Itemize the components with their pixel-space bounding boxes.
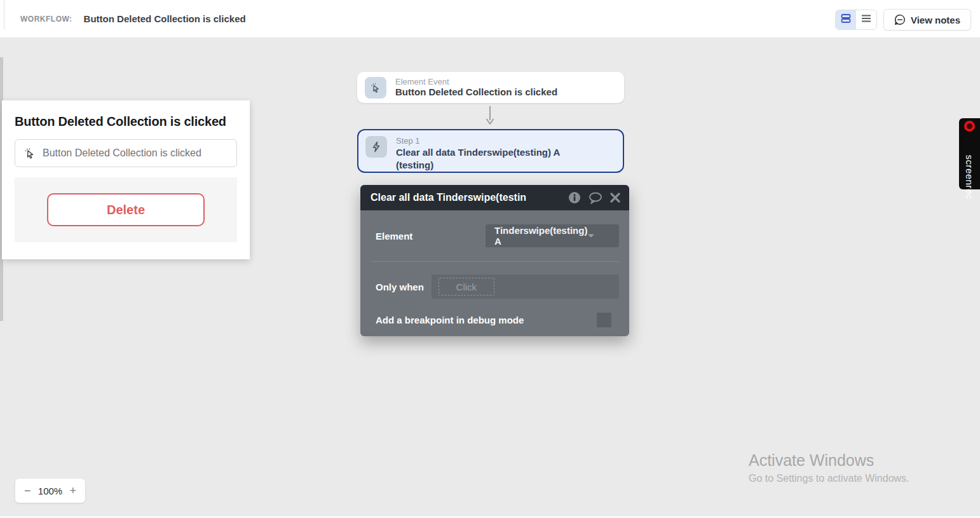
zoom-out-button[interactable]: −	[24, 485, 31, 496]
action-lightning-icon-box	[365, 136, 387, 158]
element-dropdown[interactable]: Tinderswipe(testing) A	[486, 224, 619, 247]
chevron-down-icon	[587, 233, 613, 238]
zoom-in-button[interactable]: +	[69, 485, 76, 496]
record-dot-icon	[964, 121, 975, 132]
close-icon[interactable]	[610, 193, 620, 203]
event-source-text: Button Deleted Collection is clicked	[43, 147, 201, 159]
element-label: Element	[376, 231, 412, 242]
event-node-type-label: Element Event	[395, 77, 557, 87]
comment-icon	[894, 14, 906, 25]
lightning-icon	[371, 141, 381, 153]
element-dropdown-value: Tinderswipe(testing) A	[494, 225, 587, 247]
only-when-input[interactable]: Click	[432, 275, 619, 299]
event-source-field[interactable]: Button Deleted Collection is clicked	[15, 139, 237, 167]
top-bar: WORKFLOW: Button Deleted Collection is c…	[0, 0, 980, 38]
action-settings-popup: Clear all data Tinderswipe(testin	[360, 185, 629, 336]
view-notes-label: View notes	[911, 15, 960, 25]
workflow-event-node[interactable]: Element Event Button Deleted Collection …	[357, 72, 624, 103]
screenrec-label: screenrec	[964, 155, 975, 174]
canvas-zoom-control: − 100% +	[15, 479, 85, 503]
only-when-placeholder-chip[interactable]: Click	[439, 278, 494, 296]
event-node-title: Button Deleted Collection is clicked	[395, 86, 557, 98]
step-node-title: Clear all data Tinderswipe(testing) A (t…	[396, 146, 593, 172]
hamburger-list-icon	[861, 14, 871, 25]
delete-button[interactable]: Delete	[47, 193, 205, 226]
breakpoint-checkbox[interactable]	[597, 313, 611, 327]
watermark-subtitle: Go to Settings to activate Windows.	[749, 473, 909, 484]
view-mode-toggle	[835, 10, 877, 30]
cursor-click-icon	[24, 147, 36, 160]
info-icon[interactable]	[568, 191, 581, 204]
element-event-icon-box	[365, 77, 386, 99]
watermark-title: Activate Windows	[749, 451, 909, 470]
screenrec-banner[interactable]: screenrec	[959, 118, 980, 189]
panel-footer-block: Delete	[15, 177, 237, 242]
topbar-left-divider	[4, 0, 4, 29]
popup-body: Element Tinderswipe(testing) A Only when…	[360, 210, 629, 336]
event-property-panel: Button Deleted Collection is clicked But…	[2, 100, 250, 259]
activate-windows-watermark: Activate Windows Go to Settings to activ…	[749, 451, 909, 484]
workflow-step-node[interactable]: Step 1 Clear all data Tinderswipe(testin…	[357, 129, 624, 173]
cursor-click-icon	[370, 82, 381, 93]
flow-arrow-icon	[485, 106, 495, 128]
popup-title: Clear all data Tinderswipe(testin	[371, 192, 568, 203]
stacked-cards-icon	[841, 13, 851, 26]
workflow-title: Button Deleted Collection is clicked	[84, 13, 246, 24]
zoom-level-value: 100%	[38, 486, 62, 496]
list-view-toggle-button[interactable]	[856, 10, 876, 29]
workflow-editor-screen: WORKFLOW: Button Deleted Collection is c…	[0, 0, 980, 518]
comment-bubble-icon[interactable]	[589, 192, 602, 204]
workflow-label: WORKFLOW:	[20, 15, 72, 24]
step-node-step-label: Step 1	[396, 136, 593, 146]
popup-header[interactable]: Clear all data Tinderswipe(testin	[360, 185, 629, 210]
card-view-toggle-button[interactable]	[836, 10, 856, 29]
only-when-label: Only when	[376, 282, 424, 292]
breakpoint-label: Add a breakpoint in debug mode	[376, 315, 524, 325]
view-notes-button[interactable]: View notes	[883, 9, 971, 31]
property-panel-title: Button Deleted Collection is clicked	[15, 114, 237, 129]
